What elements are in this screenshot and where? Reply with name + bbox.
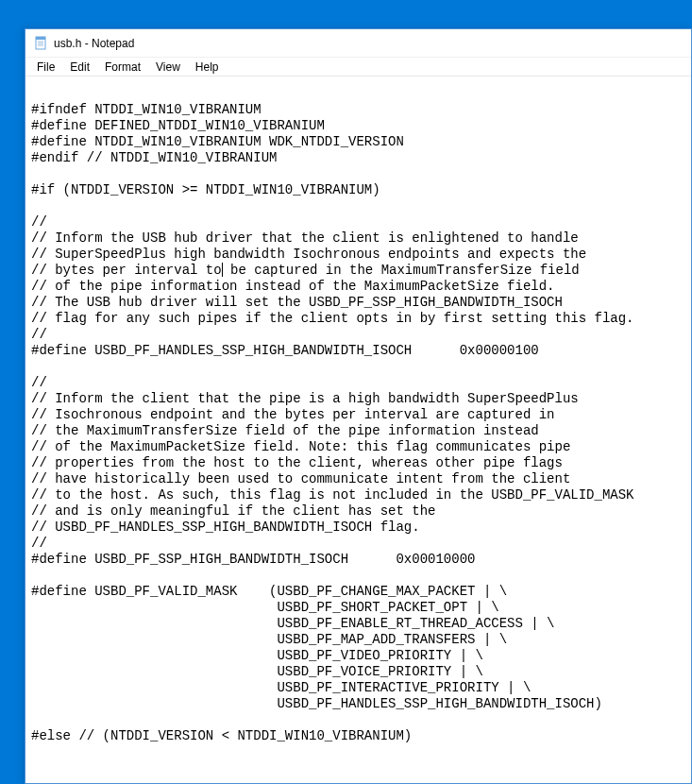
titlebar[interactable]: usb.h - Notepad <box>25 29 691 58</box>
window-title: usb.h - Notepad <box>54 37 134 50</box>
menu-file[interactable]: File <box>29 59 62 76</box>
notepad-window: usb.h - Notepad File Edit Format View He… <box>25 28 692 784</box>
menu-format[interactable]: Format <box>97 59 148 76</box>
text-editor[interactable]: #ifndef NTDDI_WIN10_VIBRANIUM #define DE… <box>25 77 691 783</box>
svg-rect-1 <box>36 37 45 40</box>
text-caret <box>222 263 223 277</box>
menu-view[interactable]: View <box>148 59 188 76</box>
menu-edit[interactable]: Edit <box>62 59 97 76</box>
notepad-icon <box>33 36 48 51</box>
menu-help[interactable]: Help <box>188 59 227 76</box>
menubar: File Edit Format View Help <box>25 58 691 77</box>
